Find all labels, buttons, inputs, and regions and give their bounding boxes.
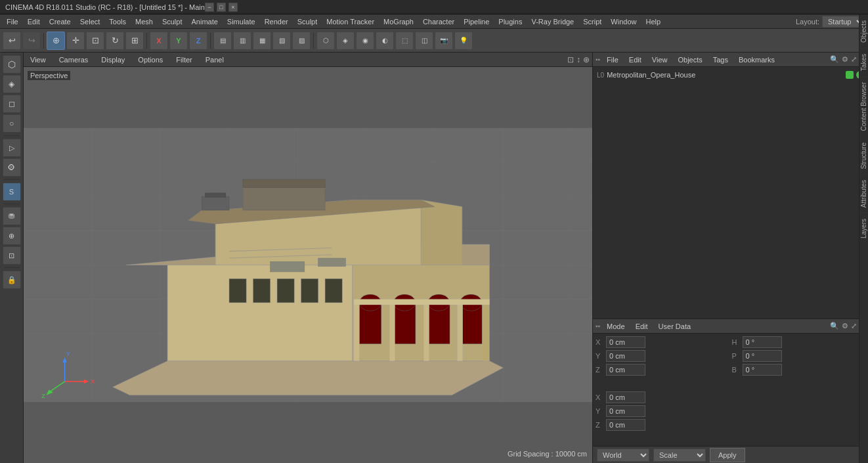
menu-help[interactable]: Help — [641, 16, 664, 27]
edge-mode-button[interactable]: ◻ — [3, 95, 21, 113]
object-mode-button[interactable]: ⬡ — [3, 55, 21, 74]
menu-file[interactable]: File — [3, 16, 22, 27]
h-field[interactable] — [743, 336, 782, 348]
x-axis-button[interactable]: X — [150, 32, 168, 50]
attr-settings-icon[interactable]: ⚙ — [842, 322, 848, 330]
paint-tool-button[interactable]: ⛃ — [3, 207, 21, 225]
menu-select[interactable]: Select — [76, 16, 104, 27]
menu-window[interactable]: Window — [607, 16, 640, 27]
menu-script[interactable]: Script — [579, 16, 605, 27]
wire-button[interactable]: ⬚ — [395, 32, 414, 50]
obj-tb-objects[interactable]: Objects — [674, 55, 706, 65]
quick-shader-button[interactable]: ◐ — [376, 32, 394, 50]
vp-menu-display[interactable]: Display — [97, 55, 129, 65]
render-active-button[interactable]: ▥ — [233, 32, 251, 50]
y-axis-button[interactable]: Y — [169, 32, 188, 50]
vtab-content-browser[interactable]: Content Browser — [859, 76, 868, 136]
transform-button[interactable]: ⊞ — [125, 32, 144, 50]
brush-tool-button[interactable]: ▷ — [3, 139, 21, 157]
vp-menu-cameras[interactable]: Cameras — [55, 55, 93, 65]
obj-search-icon[interactable]: 🔍 — [830, 55, 839, 64]
z-axis-button[interactable]: Z — [189, 32, 207, 50]
vtab-structure[interactable]: Structure — [859, 137, 868, 175]
world-dropdown[interactable]: World Local — [597, 449, 649, 462]
object-item-opera[interactable]: L0 Metropolitan_Opera_House — [594, 68, 867, 81]
attr-tb-userdata[interactable]: User Data — [655, 321, 695, 332]
scale-dropdown[interactable]: Scale Size — [653, 449, 706, 462]
render-region-button[interactable]: ▤ — [213, 32, 232, 50]
vp-icon1[interactable]: ⊡ — [567, 55, 574, 64]
menu-create[interactable]: Create — [45, 16, 75, 27]
menu-simulate[interactable]: Simulate — [223, 16, 259, 27]
minimize-button[interactable]: − — [205, 3, 214, 12]
maximize-button[interactable]: □ — [217, 3, 226, 12]
menu-vray[interactable]: V-Ray Bridge — [527, 16, 578, 27]
menu-pipeline[interactable]: Pipeline — [460, 16, 493, 27]
apply-button[interactable]: Apply — [710, 448, 745, 462]
vp-menu-panel[interactable]: Panel — [202, 55, 228, 65]
menu-mograph[interactable]: MoGraph — [380, 16, 418, 27]
z-field[interactable] — [606, 364, 645, 376]
obj-settings-icon[interactable]: ⚙ — [842, 55, 848, 64]
sx-field[interactable] — [606, 391, 645, 403]
attr-tb-edit[interactable]: Edit — [632, 321, 652, 332]
vp-menu-view[interactable]: View — [26, 55, 50, 65]
vtab-objects[interactable]: Objects — [859, 14, 868, 48]
menu-edit[interactable]: Edit — [24, 16, 44, 27]
poly-mode-button[interactable]: ◈ — [3, 75, 21, 93]
lock-button[interactable]: 🔒 — [3, 271, 21, 289]
menu-plugins[interactable]: Plugins — [494, 16, 526, 27]
y-field[interactable] — [606, 350, 645, 362]
sy-field[interactable] — [606, 405, 645, 417]
vp-icon2[interactable]: ↕ — [576, 55, 580, 64]
menu-character[interactable]: Character — [419, 16, 458, 27]
sculpt-btn[interactable]: S — [3, 183, 21, 201]
light-button[interactable]: 💡 — [454, 32, 473, 50]
x-field[interactable] — [606, 336, 645, 348]
b-field[interactable] — [743, 364, 782, 376]
vtab-layers[interactable]: Layers — [859, 213, 868, 244]
sz-field[interactable] — [606, 419, 645, 431]
rotate-tool-button[interactable]: ↻ — [106, 32, 124, 50]
menu-motion-tracker[interactable]: Motion Tracker — [322, 16, 378, 27]
viewport-canvas[interactable]: Perspective — [24, 67, 592, 463]
menu-mesh[interactable]: Mesh — [131, 16, 157, 27]
close-button[interactable]: × — [228, 3, 238, 12]
vtab-attributes[interactable]: Attributes — [859, 174, 868, 213]
obj-tb-tags[interactable]: Tags — [709, 55, 732, 65]
p-field[interactable] — [743, 350, 782, 362]
obj-tb-view[interactable]: View — [648, 55, 672, 65]
render-picture-button[interactable]: ▧ — [272, 32, 291, 50]
attr-search-icon[interactable]: 🔍 — [830, 322, 839, 330]
menu-sculpt2[interactable]: Sculpt — [293, 16, 322, 27]
camera-button[interactable]: 📷 — [435, 32, 453, 50]
select-tool-button[interactable]: ⊕ — [47, 32, 65, 50]
attr-expand-icon[interactable]: ⤢ — [851, 322, 857, 330]
obj-expand-icon[interactable]: ⤢ — [851, 55, 857, 64]
menu-render[interactable]: Render — [261, 16, 292, 27]
move-tool-button[interactable]: ✛ — [66, 32, 85, 50]
attr-tb-mode[interactable]: Mode — [603, 321, 629, 332]
obj-tb-file[interactable]: File — [603, 55, 622, 65]
scale-tool-button[interactable]: ⊡ — [86, 32, 104, 50]
texture-view-button[interactable]: ◈ — [336, 32, 355, 50]
rigging-button[interactable]: ⊕ — [3, 227, 21, 245]
snapping-button[interactable]: ⊡ — [3, 246, 21, 265]
render-viewport-button[interactable]: ▨ — [292, 32, 311, 50]
undo-button[interactable]: ↩ — [3, 32, 21, 50]
vp-menu-filter[interactable]: Filter — [172, 55, 196, 65]
point-mode-button[interactable]: ○ — [3, 114, 21, 133]
obj-tb-edit[interactable]: Edit — [625, 55, 645, 65]
render-button[interactable]: ▦ — [253, 32, 271, 50]
redo-button[interactable]: ↪ — [22, 32, 41, 50]
menu-sculpt[interactable]: Sculpt — [158, 16, 186, 27]
iso-view-button[interactable]: ◫ — [415, 32, 433, 50]
persp-view-button[interactable]: ⬡ — [316, 32, 335, 50]
vp-menu-options[interactable]: Options — [134, 55, 167, 65]
obj-tb-bookmarks[interactable]: Bookmarks — [735, 55, 779, 65]
spline-tool-button[interactable]: ⭙ — [3, 158, 21, 177]
material-view-button[interactable]: ◉ — [356, 32, 374, 50]
menu-tools[interactable]: Tools — [105, 16, 130, 27]
vp-icon3[interactable]: ⊕ — [583, 55, 590, 64]
menu-animate[interactable]: Animate — [187, 16, 221, 27]
